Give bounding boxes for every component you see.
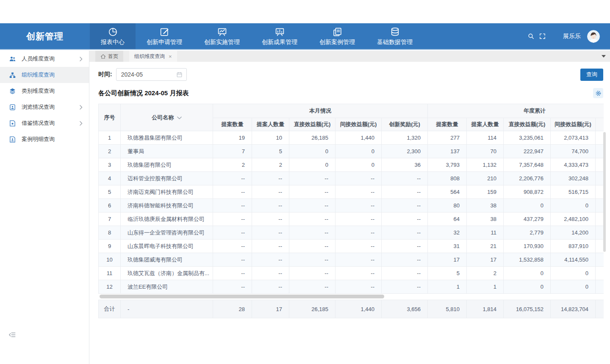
sidebar-item-reference-status[interactable]: 借鉴情况查询 (0, 115, 89, 131)
fullscreen-icon[interactable] (539, 33, 546, 40)
cell-company: 波兰EE有限公司 (121, 280, 213, 294)
cell-value: 19 (213, 131, 252, 145)
topnav-item-label: 创新案例管理 (319, 39, 355, 46)
cell-value: 21 (467, 240, 504, 253)
vertical-scrollbar-thumb[interactable] (603, 132, 606, 252)
avatar[interactable] (587, 30, 600, 43)
cell-value: -- (252, 199, 289, 212)
cell-clipped (596, 185, 604, 199)
total-value: 1,440 (336, 300, 382, 318)
cell-value: 908,872 (504, 185, 551, 199)
cell-clipped (596, 300, 604, 318)
topnav-item-label: 基础数据管理 (377, 39, 413, 46)
cell-value: 31 (428, 240, 467, 253)
cell-value: -- (336, 199, 382, 212)
cell-value: -- (382, 199, 428, 212)
org-chart-icon (9, 72, 22, 79)
search-icon[interactable] (527, 33, 535, 40)
badge-person-icon (9, 104, 22, 111)
tab-org-dimension[interactable]: 组织维度查询 × (129, 51, 177, 62)
cell-company: 临沂玖德庚辰金属材料有限公司 (121, 212, 213, 226)
topnav-item-innovation-case[interactable]: 创新案例管理 (308, 23, 366, 49)
horizontal-scrollbar[interactable] (98, 295, 604, 298)
topnav-item-innovation-implement[interactable]: 创新实施管理 (193, 23, 251, 49)
cell-value: 516,715 (551, 185, 596, 199)
tab-home[interactable]: 首页 (95, 51, 123, 62)
topnav-item-report-center[interactable]: 报表中心 (90, 23, 136, 49)
horizontal-scrollbar-thumb[interactable] (100, 295, 384, 298)
cell-value: 1,320 (382, 131, 428, 145)
top-navbar: 创新管理 报表中心创新申请管理创新实施管理创新成果管理创新案例管理基础数据管理 … (0, 23, 610, 50)
table-row: 6济南科德智能科技有限公司----------803800 (99, 199, 604, 212)
presentation-icon (274, 27, 285, 37)
topnav-item-label: 创新实施管理 (204, 39, 240, 46)
time-input[interactable]: 2024-05 (116, 68, 187, 81)
table-row: 10玖德集团威海有限公司----------17171,532,8584,114… (99, 253, 604, 267)
sidebar-item-org-dimension[interactable]: 组织维度查询 (0, 67, 89, 83)
cell-value: 2,482,100 (551, 212, 596, 226)
cell-value: -- (252, 280, 289, 294)
close-icon[interactable]: × (169, 54, 172, 59)
topnav-item-innovation-achievement[interactable]: 创新成果管理 (251, 23, 308, 49)
cell-value: -- (213, 199, 252, 212)
cell-value: 5 (252, 145, 289, 158)
tab-home-label: 首页 (108, 53, 118, 60)
vertical-scrollbar[interactable] (603, 132, 606, 300)
cell-value: -- (289, 240, 336, 253)
cell-clipped (596, 253, 604, 267)
cell-value: 808 (428, 172, 467, 185)
col-header-company[interactable]: 公司名称 (121, 104, 213, 131)
cell-value: 0 (336, 145, 382, 158)
table-row: 9山东晨晖电子科技有限公司----------3121170,930837,91… (99, 240, 604, 253)
total-value: 1,814 (467, 300, 504, 318)
table-row: 2董事局75002,30013770222,94774,700 (99, 145, 604, 158)
cell-value: 0 (551, 199, 596, 212)
topnav-item-base-data[interactable]: 基础数据管理 (366, 23, 424, 49)
cell-value: 74,700 (551, 145, 596, 158)
cell-value: 0 (289, 158, 336, 172)
cell-value: -- (289, 172, 336, 185)
cell-company: 济南迈克阀门科技有限公司 (121, 185, 213, 199)
cell-value: -- (336, 185, 382, 199)
app-brand: 创新管理 (0, 23, 90, 49)
filter-row: 时间: 2024-05 查询 (98, 68, 603, 81)
cell-value: -- (382, 185, 428, 199)
cell-value: -- (336, 172, 382, 185)
cell-value: 1,440 (336, 131, 382, 145)
table-row: 12波兰EE有限公司----------1100 (99, 280, 604, 294)
sidebar-item-person-dimension[interactable]: 人员维度查询 (0, 51, 89, 67)
collapse-sidebar-icon[interactable] (8, 331, 16, 339)
sidebar-item-case-detail[interactable]: 案例明细查询 (0, 131, 89, 147)
sidebar-item-category-dimension[interactable]: 类别维度查询 (0, 83, 89, 99)
chevron-right-icon (80, 105, 83, 110)
cell-value: 7 (213, 145, 252, 158)
cell-value: 64 (428, 212, 467, 226)
edit-icon (159, 27, 170, 37)
cell-value: 277 (428, 131, 467, 145)
tabs-dropdown-caret-icon[interactable] (602, 55, 606, 58)
cell-index: 10 (99, 253, 121, 267)
doc-star-icon (9, 120, 22, 127)
total-company: - (121, 300, 213, 318)
cell-clipped (596, 280, 604, 294)
query-button[interactable]: 查询 (580, 69, 603, 81)
cell-value: 302,248 (551, 172, 596, 185)
sidebar-item-browse-status[interactable]: 浏览情况查询 (0, 99, 89, 115)
screen: 创新管理 报表中心创新申请管理创新实施管理创新成果管理创新案例管理基础数据管理 … (0, 0, 610, 364)
topbar-right: 展乐乐 (527, 23, 610, 49)
cell-value: 17 (428, 253, 467, 267)
cell-value: -- (289, 226, 336, 240)
username[interactable]: 展乐乐 (563, 33, 581, 40)
topnav-item-innovation-apply[interactable]: 创新申请管理 (136, 23, 193, 49)
table-row: 11玖德艾瓦兹（济南）金属制品有...----------5200 (99, 267, 604, 280)
topnav-item-label: 报表中心 (101, 39, 125, 46)
cell-company: 玖德雅昌集团有限公司 (121, 131, 213, 145)
gear-icon[interactable] (593, 88, 603, 98)
cell-clipped (596, 226, 604, 240)
total-value: 5,810 (428, 300, 467, 318)
cell-value: -- (213, 172, 252, 185)
cell-value: 0 (336, 158, 382, 172)
total-value: 17 (252, 300, 289, 318)
cell-value: -- (252, 172, 289, 185)
time-label: 时间: (98, 71, 112, 78)
